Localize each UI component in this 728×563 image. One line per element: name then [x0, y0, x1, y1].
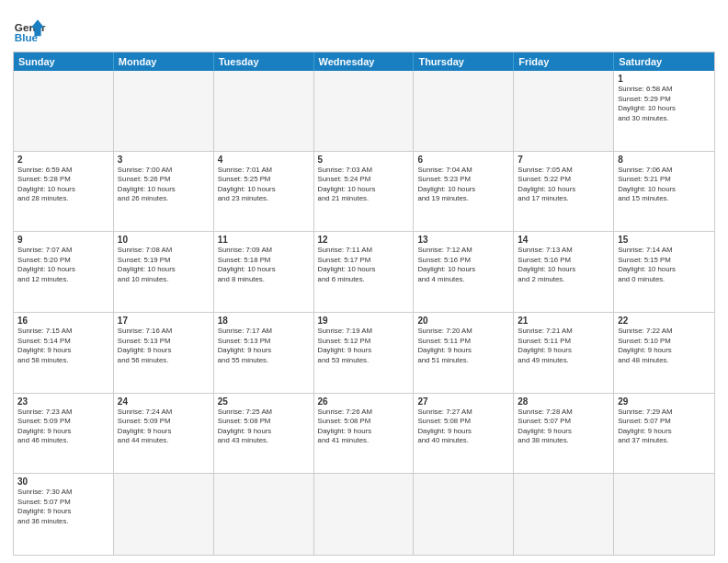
- day-number: 24: [118, 396, 210, 407]
- day-info: Sunrise: 7:23 AM Sunset: 5:09 PM Dayligh…: [17, 408, 109, 446]
- header-day-thursday: Thursday: [414, 52, 514, 71]
- day-number: 27: [417, 396, 509, 407]
- header-day-friday: Friday: [514, 52, 614, 71]
- calendar-cell: 8Sunrise: 7:06 AM Sunset: 5:21 PM Daylig…: [614, 152, 714, 232]
- calendar-cell: 24Sunrise: 7:24 AM Sunset: 5:09 PM Dayli…: [114, 394, 214, 474]
- day-number: 20: [417, 316, 509, 326]
- day-info: Sunrise: 7:21 AM Sunset: 5:11 PM Dayligh…: [518, 327, 609, 365]
- calendar-cell: 9Sunrise: 7:07 AM Sunset: 5:20 PM Daylig…: [14, 232, 114, 312]
- calendar-cell: 13Sunrise: 7:12 AM Sunset: 5:16 PM Dayli…: [414, 232, 514, 312]
- day-info: Sunrise: 7:09 AM Sunset: 5:18 PM Dayligh…: [218, 246, 310, 284]
- day-number: 29: [618, 396, 711, 407]
- calendar-body: 1Sunrise: 6:58 AM Sunset: 5:29 PM Daylig…: [14, 71, 714, 555]
- calendar-cell: 22Sunrise: 7:22 AM Sunset: 5:10 PM Dayli…: [614, 313, 714, 393]
- calendar-cell: 10Sunrise: 7:08 AM Sunset: 5:19 PM Dayli…: [114, 232, 214, 312]
- day-info: Sunrise: 7:04 AM Sunset: 5:23 PM Dayligh…: [417, 166, 509, 204]
- calendar-cell: 1Sunrise: 6:58 AM Sunset: 5:29 PM Daylig…: [614, 71, 714, 151]
- calendar-cell: 23Sunrise: 7:23 AM Sunset: 5:09 PM Dayli…: [14, 394, 114, 474]
- day-number: 12: [318, 235, 410, 245]
- calendar-cell: [514, 474, 614, 555]
- calendar-cell: 18Sunrise: 7:17 AM Sunset: 5:13 PM Dayli…: [214, 313, 314, 393]
- day-info: Sunrise: 7:30 AM Sunset: 5:07 PM Dayligh…: [17, 488, 109, 526]
- calendar-header: SundayMondayTuesdayWednesdayThursdayFrid…: [14, 52, 714, 71]
- day-info: Sunrise: 7:16 AM Sunset: 5:13 PM Dayligh…: [118, 327, 210, 365]
- calendar-cell: 25Sunrise: 7:25 AM Sunset: 5:08 PM Dayli…: [214, 394, 314, 474]
- day-info: Sunrise: 7:05 AM Sunset: 5:22 PM Dayligh…: [518, 166, 609, 204]
- calendar-cell: [314, 71, 415, 151]
- calendar-week-2: 2Sunrise: 6:59 AM Sunset: 5:28 PM Daylig…: [14, 152, 714, 233]
- day-info: Sunrise: 7:25 AM Sunset: 5:08 PM Dayligh…: [218, 408, 310, 446]
- day-number: 15: [618, 235, 711, 245]
- day-number: 13: [417, 235, 509, 245]
- day-number: 19: [318, 316, 410, 326]
- day-info: Sunrise: 7:28 AM Sunset: 5:07 PM Dayligh…: [518, 408, 609, 446]
- day-info: Sunrise: 7:01 AM Sunset: 5:25 PM Dayligh…: [218, 166, 310, 204]
- day-number: 6: [417, 155, 509, 165]
- day-info: Sunrise: 7:14 AM Sunset: 5:15 PM Dayligh…: [618, 246, 711, 284]
- day-number: 26: [318, 396, 410, 407]
- calendar-week-6: 30Sunrise: 7:30 AM Sunset: 5:07 PM Dayli…: [14, 474, 714, 555]
- calendar-cell: [114, 474, 214, 555]
- day-number: 11: [218, 235, 310, 245]
- calendar-cell: 5Sunrise: 7:03 AM Sunset: 5:24 PM Daylig…: [314, 152, 415, 232]
- day-number: 18: [218, 316, 310, 326]
- day-number: 17: [118, 316, 210, 326]
- calendar-cell: 12Sunrise: 7:11 AM Sunset: 5:17 PM Dayli…: [314, 232, 415, 312]
- calendar-cell: [14, 71, 114, 151]
- day-info: Sunrise: 7:15 AM Sunset: 5:14 PM Dayligh…: [17, 327, 109, 365]
- day-info: Sunrise: 7:22 AM Sunset: 5:10 PM Dayligh…: [618, 327, 711, 365]
- calendar-cell: [214, 71, 314, 151]
- header-day-sunday: Sunday: [14, 52, 114, 71]
- day-info: Sunrise: 7:29 AM Sunset: 5:07 PM Dayligh…: [618, 408, 711, 446]
- calendar-cell: 2Sunrise: 6:59 AM Sunset: 5:28 PM Daylig…: [14, 152, 114, 232]
- calendar-cell: 15Sunrise: 7:14 AM Sunset: 5:15 PM Dayli…: [614, 232, 714, 312]
- day-info: Sunrise: 7:07 AM Sunset: 5:20 PM Dayligh…: [17, 246, 109, 284]
- day-info: Sunrise: 7:24 AM Sunset: 5:09 PM Dayligh…: [118, 408, 210, 446]
- calendar-cell: [614, 474, 714, 555]
- day-info: Sunrise: 7:11 AM Sunset: 5:17 PM Dayligh…: [318, 246, 410, 284]
- calendar-cell: 3Sunrise: 7:00 AM Sunset: 5:26 PM Daylig…: [114, 152, 214, 232]
- calendar-cell: 7Sunrise: 7:05 AM Sunset: 5:22 PM Daylig…: [514, 152, 614, 232]
- day-number: 28: [518, 396, 609, 407]
- calendar-cell: 14Sunrise: 7:13 AM Sunset: 5:16 PM Dayli…: [514, 232, 614, 312]
- day-info: Sunrise: 7:13 AM Sunset: 5:16 PM Dayligh…: [518, 246, 609, 284]
- calendar-cell: 30Sunrise: 7:30 AM Sunset: 5:07 PM Dayli…: [14, 474, 114, 555]
- day-info: Sunrise: 7:06 AM Sunset: 5:21 PM Dayligh…: [618, 166, 711, 204]
- day-info: Sunrise: 7:27 AM Sunset: 5:08 PM Dayligh…: [417, 408, 509, 446]
- calendar-week-3: 9Sunrise: 7:07 AM Sunset: 5:20 PM Daylig…: [14, 232, 714, 313]
- day-info: Sunrise: 7:00 AM Sunset: 5:26 PM Dayligh…: [118, 166, 210, 204]
- logo-icon: General Blue: [13, 13, 46, 46]
- calendar-week-5: 23Sunrise: 7:23 AM Sunset: 5:09 PM Dayli…: [14, 394, 714, 475]
- logo: General Blue: [13, 13, 46, 46]
- day-number: 1: [618, 74, 711, 84]
- day-info: Sunrise: 7:17 AM Sunset: 5:13 PM Dayligh…: [218, 327, 310, 365]
- day-info: Sunrise: 7:26 AM Sunset: 5:08 PM Dayligh…: [318, 408, 410, 446]
- day-info: Sunrise: 7:20 AM Sunset: 5:11 PM Dayligh…: [417, 327, 509, 365]
- day-number: 25: [218, 396, 310, 407]
- day-number: 14: [518, 235, 609, 245]
- calendar-cell: 20Sunrise: 7:20 AM Sunset: 5:11 PM Dayli…: [414, 313, 514, 393]
- day-number: 23: [17, 396, 109, 407]
- calendar-cell: 4Sunrise: 7:01 AM Sunset: 5:25 PM Daylig…: [214, 152, 314, 232]
- calendar-cell: 19Sunrise: 7:19 AM Sunset: 5:12 PM Dayli…: [314, 313, 415, 393]
- calendar-cell: [214, 474, 314, 555]
- calendar-week-1: 1Sunrise: 6:58 AM Sunset: 5:29 PM Daylig…: [14, 71, 714, 152]
- calendar-cell: 6Sunrise: 7:04 AM Sunset: 5:23 PM Daylig…: [414, 152, 514, 232]
- calendar-cell: 26Sunrise: 7:26 AM Sunset: 5:08 PM Dayli…: [314, 394, 415, 474]
- calendar-cell: 29Sunrise: 7:29 AM Sunset: 5:07 PM Dayli…: [614, 394, 714, 474]
- day-info: Sunrise: 7:03 AM Sunset: 5:24 PM Dayligh…: [318, 166, 410, 204]
- header-day-tuesday: Tuesday: [214, 52, 314, 71]
- day-number: 22: [618, 316, 711, 326]
- calendar-cell: 17Sunrise: 7:16 AM Sunset: 5:13 PM Dayli…: [114, 313, 214, 393]
- day-number: 16: [17, 316, 109, 326]
- calendar: SundayMondayTuesdayWednesdayThursdayFrid…: [13, 52, 715, 556]
- day-number: 3: [118, 155, 210, 165]
- day-number: 8: [618, 155, 711, 165]
- calendar-week-4: 16Sunrise: 7:15 AM Sunset: 5:14 PM Dayli…: [14, 313, 714, 394]
- day-info: Sunrise: 7:19 AM Sunset: 5:12 PM Dayligh…: [318, 327, 410, 365]
- day-number: 2: [17, 155, 109, 165]
- calendar-cell: [314, 474, 415, 555]
- calendar-cell: [414, 71, 514, 151]
- day-number: 21: [518, 316, 609, 326]
- day-number: 9: [17, 235, 109, 245]
